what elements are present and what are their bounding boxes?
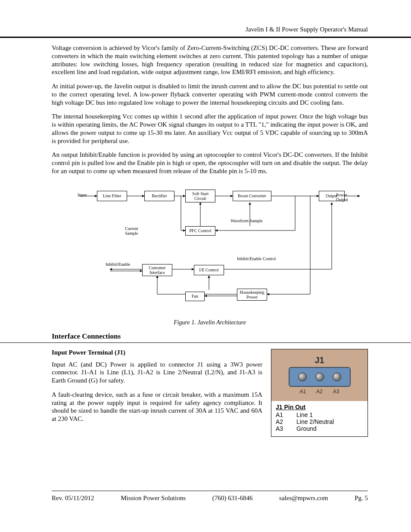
paragraph-2: At initial power-up, the Javelin output … — [52, 82, 368, 106]
box-pfc-control: PFC Control — [185, 226, 215, 236]
two-column-layout: Input Power Terminal (J1) Input AC (and … — [52, 349, 368, 437]
pinout-row-a2: A2 Line 2/Neutral — [276, 418, 363, 425]
box-line-filter: Line Filter — [97, 191, 127, 201]
pinout-pin: A2 — [276, 418, 296, 425]
figure-caption: Figure 1. Javelin Architecture — [52, 319, 368, 326]
pinlabel-a2: A2 — [316, 389, 323, 395]
footer-rev: Rev. 05/11/2012 — [52, 495, 94, 502]
architecture-diagram: Input Line Filter Rectifier Soft Start C… — [52, 183, 368, 317]
pinout-row-a3: A3 Ground — [276, 425, 363, 432]
connector-label: J1 — [314, 355, 324, 365]
paragraph-3: The internal housekeeping Vcc comes up w… — [52, 112, 368, 145]
box-soft-start: Soft Start Circuit — [185, 190, 215, 202]
subheading-input-terminal: Input Power Terminal (J1) — [52, 349, 262, 356]
footer-phone: (760) 631-6846 — [212, 495, 253, 502]
pinout-row-a1: A1 Line 1 — [276, 411, 363, 418]
interface-content: Input Power Terminal (J1) Input AC (and … — [0, 349, 411, 437]
label-input: Input — [78, 193, 87, 197]
connector-pin-labels: A1 A2 A3 — [290, 389, 350, 395]
pinlabel-a3: A3 — [333, 389, 339, 395]
connector-pin-a2 — [315, 373, 324, 381]
box-fan: Fan — [185, 292, 205, 301]
footer-company: Mission Power Solutions — [121, 495, 186, 502]
pinout-title: J1 Pin Out — [276, 404, 363, 411]
page-content: Voltage conversion is achieved by Vicor'… — [0, 44, 411, 341]
pinout-pin: A3 — [276, 425, 296, 432]
box-rectifier: Rectifier — [144, 191, 174, 201]
box-boost-converter: Boost Converter — [233, 191, 271, 201]
connector-pin-a3 — [333, 373, 341, 381]
box-ie-control: I/E Control — [194, 265, 224, 275]
pinout-desc: Line 2/Neutral — [296, 418, 334, 425]
box-housekeeping: Housekeeping Power — [237, 289, 267, 301]
pinout-pin: A1 — [276, 411, 296, 418]
pinlabel-a1: A1 — [299, 389, 306, 395]
pinout-desc: Ground — [296, 425, 317, 432]
label-power-output: Power Output — [336, 193, 348, 202]
box-customer-interface: Customer Interface — [142, 264, 172, 276]
page-footer: Rev. 05/11/2012 Mission Power Solutions … — [52, 491, 368, 502]
j1-paragraph-1: Input AC (and DC) Power is applied to co… — [52, 361, 262, 385]
pinout-list: J1 Pin Out A1 Line 1 A2 Line 2/Neutral A… — [271, 401, 367, 436]
j1-paragraph-2: A fault-clearing device, such as a fuse … — [52, 391, 262, 423]
diagram-arrows — [52, 183, 368, 317]
footer-email: sales@mpwrs.com — [279, 495, 328, 502]
pinout-desc: Line 1 — [296, 411, 313, 418]
label-inhibit-enable: Inhibit/Enable — [106, 262, 130, 267]
section-interface-connections: Interface Connections — [52, 332, 368, 341]
paragraph-4: An output Inhibit/Enable function is pro… — [52, 151, 368, 175]
right-column: J1 A1 A2 A3 J1 Pin Out — [271, 349, 368, 437]
section-rule — [0, 342, 411, 343]
left-column: Input Power Terminal (J1) Input AC (and … — [52, 349, 262, 437]
footer-page: Pg. 5 — [355, 495, 368, 502]
paragraph-1: Voltage conversion is achieved by Vicor'… — [52, 44, 368, 76]
connector-pin-a1 — [298, 373, 307, 381]
label-waveform-sample: Waveform Sample — [230, 218, 262, 223]
pinout-box: J1 A1 A2 A3 J1 Pin Out — [271, 349, 368, 437]
page: Javelin I & II Power Supply Operator's M… — [0, 0, 411, 532]
label-ie-control: Inhibit/Enable Control — [237, 256, 276, 261]
header-rule — [0, 37, 411, 38]
label-current-sample: Current Sample — [125, 226, 138, 236]
header-title: Javelin I & II Power Supply Operator's M… — [246, 26, 368, 33]
connector-drawing: J1 A1 A2 A3 — [271, 349, 367, 401]
page-header: Javelin I & II Power Supply Operator's M… — [0, 0, 411, 33]
connector-body — [289, 367, 351, 387]
